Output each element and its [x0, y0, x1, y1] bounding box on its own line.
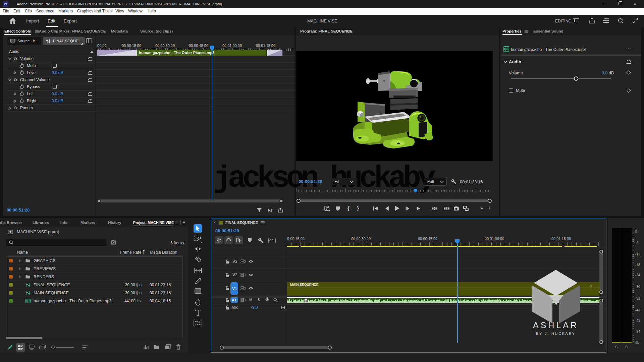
svg-text:A: A: [434, 207, 435, 210]
svg-text:BY J. HUCKABY: BY J. HUCKABY: [536, 331, 576, 336]
svg-text:ASHLAR: ASHLAR: [533, 320, 579, 330]
